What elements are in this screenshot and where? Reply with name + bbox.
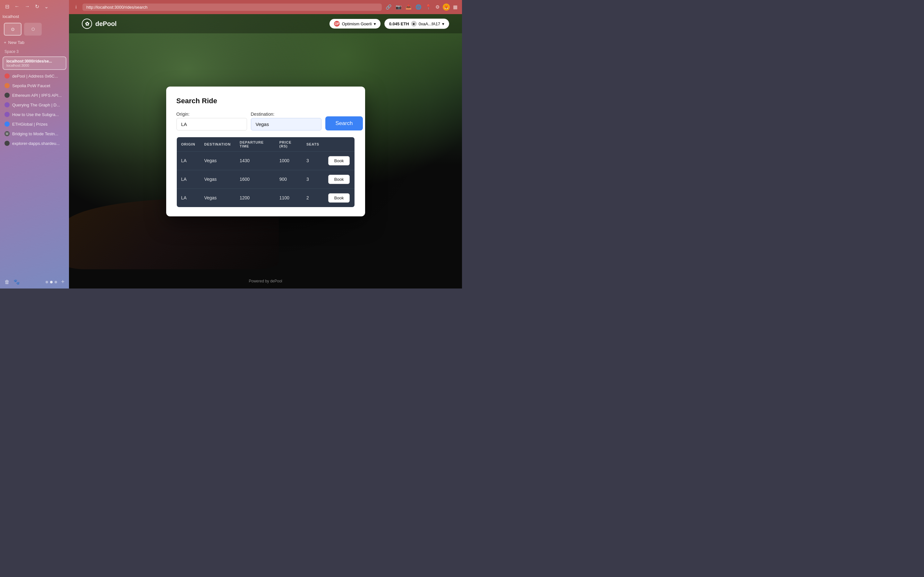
book-button-2[interactable]: Book xyxy=(328,193,350,203)
col-departure: DEPARTURE TIME xyxy=(235,137,275,151)
results-table-body: LAVegas143010003BookLAVegas16009003BookL… xyxy=(176,151,355,207)
browser-action-icons: 🔗 📷 📥 🌐 📍 ⚙ 🦊 ▦ xyxy=(385,3,458,11)
info-icon: i xyxy=(73,4,79,10)
current-tab-title: localhost:3000/rides/se... xyxy=(6,59,63,63)
download-icon[interactable]: 📥 xyxy=(405,3,412,11)
dot-1 xyxy=(45,281,48,284)
book-button-0[interactable]: Book xyxy=(328,156,350,165)
col-destination: DESTINATION xyxy=(200,137,235,151)
sidebar-label-ethglobal: ETHGlobal | Prizes xyxy=(12,122,65,127)
sidebar-item-depool-address[interactable]: dePool | Address 0x6C... xyxy=(0,71,69,81)
sidebar-item-ethereum-api[interactable]: Ethereum API | IPFS API... xyxy=(0,90,69,100)
more-button[interactable]: ⌄ xyxy=(43,3,50,10)
cell-price-1: 900 xyxy=(275,170,302,189)
cell-seats-1: 3 xyxy=(302,170,324,189)
search-ride-modal: Search Ride Origin: Destination: Search xyxy=(166,87,365,216)
globe-icon[interactable]: 🌐 xyxy=(415,3,422,11)
favicon-ethereum-api xyxy=(5,93,10,98)
sidebar-bookmarks: dePool | Address 0x6C...Sepolia PoW Fauc… xyxy=(0,71,69,148)
sidebar-label-ethereum-api: Ethereum API | IPFS API... xyxy=(12,93,65,98)
favicon-the-graph xyxy=(5,102,10,107)
table-header-row: ORIGIN DESTINATION DEPARTURE TIME PRICE … xyxy=(176,137,355,151)
back-button[interactable]: ← xyxy=(13,3,21,10)
sidebar-label-subgraph: How to Use the Subgra... xyxy=(12,112,65,117)
sidebar-item-ethglobal[interactable]: ETHGlobal | Prizes xyxy=(0,119,69,129)
cell-book-1: Book xyxy=(324,170,355,189)
search-form: Origin: Destination: Search xyxy=(176,111,355,131)
sidebar: ⊟ ← → ↻ ⌄ localhost ⊙ ⬡ + New Tab Space … xyxy=(0,0,69,288)
cell-price-0: 1000 xyxy=(275,151,302,170)
destination-field: Destination: xyxy=(251,111,321,131)
bookmark-icon[interactable]: 🔗 xyxy=(385,3,393,11)
sidebar-item-sepolia-faucet[interactable]: Sepolia PoW Faucet xyxy=(0,81,69,90)
cell-origin-2: LA xyxy=(176,189,200,207)
cell-origin-1: LA xyxy=(176,170,200,189)
modal-title: Search Ride xyxy=(176,97,355,105)
sidebar-label-the-graph: Querying The Graph | D... xyxy=(12,103,65,107)
add-space-button[interactable]: + xyxy=(61,279,65,285)
favicon-mode-bridge: M xyxy=(5,131,10,136)
sidebar-item-mode-bridge[interactable]: MBridging to Mode Testn... xyxy=(0,129,69,139)
space-label: Space 3 xyxy=(0,47,69,55)
tabs-row: ⊙ ⬡ xyxy=(0,21,69,38)
localhost-label: localhost xyxy=(0,13,69,21)
reload-button[interactable]: ↻ xyxy=(34,3,40,10)
cell-origin-0: LA xyxy=(176,151,200,170)
current-tab-item[interactable]: localhost:3000/rides/se... localhost:300… xyxy=(3,56,66,70)
forward-button[interactable]: → xyxy=(23,3,31,10)
settings-icon[interactable]: ⚙ xyxy=(435,3,440,11)
cell-departure-0: 1430 xyxy=(235,151,275,170)
sidebar-item-subgraph[interactable]: How to Use the Subgra... xyxy=(0,110,69,119)
origin-input[interactable] xyxy=(176,118,247,131)
col-price: PRICE (RS) xyxy=(275,137,302,151)
user-avatar[interactable]: 🦊 xyxy=(443,3,450,11)
bottom-dots xyxy=(45,281,57,284)
sidebar-item-the-graph[interactable]: Querying The Graph | D... xyxy=(0,100,69,110)
favicon-depool-address xyxy=(5,73,10,79)
browser-chrome: i 🔗 📷 📥 🌐 📍 ⚙ 🦊 ▦ xyxy=(69,0,462,14)
origin-field: Origin: xyxy=(176,111,247,131)
destination-input[interactable] xyxy=(251,118,321,131)
cell-destination-1: Vegas xyxy=(200,170,235,189)
results-table: ORIGIN DESTINATION DEPARTURE TIME PRICE … xyxy=(176,137,355,207)
dot-2 xyxy=(50,281,53,284)
results-table-head: ORIGIN DESTINATION DEPARTURE TIME PRICE … xyxy=(176,137,355,151)
trash-icon[interactable]: 🗑 xyxy=(5,279,10,285)
toggle-sidebar-button[interactable]: ⊟ xyxy=(4,3,11,10)
current-tab-url: localhost:3000 xyxy=(6,63,63,67)
cell-seats-2: 2 xyxy=(302,189,324,207)
cell-destination-2: Vegas xyxy=(200,189,235,207)
url-bar[interactable] xyxy=(82,3,382,11)
search-button[interactable]: Search xyxy=(325,116,363,131)
sidebar-item-explorer[interactable]: explorer-dapps.shardeu... xyxy=(0,139,69,148)
destination-label: Destination: xyxy=(251,111,321,117)
layout-icon[interactable]: ▦ xyxy=(452,3,458,11)
favicon-ethglobal xyxy=(5,121,10,127)
favicon-sepolia-faucet xyxy=(5,83,10,88)
new-tab-label: New Tab xyxy=(8,40,24,45)
cell-book-0: Book xyxy=(324,151,355,170)
dot-3 xyxy=(55,281,57,284)
new-tab-button[interactable]: + New Tab xyxy=(0,38,69,47)
camera-icon[interactable]: 📷 xyxy=(395,3,402,11)
cookie-icon[interactable]: 🐾 xyxy=(13,279,20,285)
sidebar-label-sepolia-faucet: Sepolia PoW Faucet xyxy=(12,83,65,88)
plus-icon: + xyxy=(4,40,6,45)
sidebar-label-depool-address: dePool | Address 0x6C... xyxy=(12,74,65,79)
pin-icon[interactable]: 📍 xyxy=(425,3,432,11)
cell-price-2: 1100 xyxy=(275,189,302,207)
origin-label: Origin: xyxy=(176,111,247,117)
modal-overlay: Search Ride Origin: Destination: Search xyxy=(69,14,462,288)
table-row: LAVegas16009003Book xyxy=(176,170,355,189)
tab-thumb-2[interactable]: ⬡ xyxy=(24,23,42,35)
cell-departure-2: 1200 xyxy=(235,189,275,207)
sidebar-label-explorer: explorer-dapps.shardeu... xyxy=(12,141,65,146)
col-seats: SEATS xyxy=(302,137,324,151)
book-button-1[interactable]: Book xyxy=(328,175,350,184)
cell-departure-1: 1600 xyxy=(235,170,275,189)
table-row: LAVegas120011002Book xyxy=(176,189,355,207)
favicon-subgraph xyxy=(5,112,10,117)
cell-destination-0: Vegas xyxy=(200,151,235,170)
tab-thumb-active[interactable]: ⊙ xyxy=(4,23,21,35)
main-area: i 🔗 📷 📥 🌐 📍 ⚙ 🦊 ▦ ✿ dePool OP xyxy=(69,0,462,288)
